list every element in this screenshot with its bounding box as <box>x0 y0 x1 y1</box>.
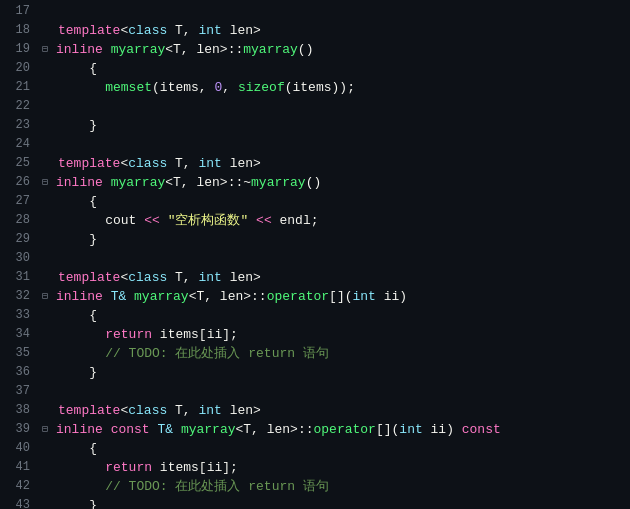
code-line-38: template<class T, int len> <box>42 401 630 420</box>
line-num-32: 32 <box>8 287 30 306</box>
line-num-19: 19 <box>8 40 30 59</box>
code-area: 17 18 19 20 21 22 23 24 25 26 27 28 29 3… <box>0 0 630 509</box>
code-line-39: ⊟inline const T& myarray<T, len>::operat… <box>42 420 630 439</box>
code-line-25: template<class T, int len> <box>42 154 630 173</box>
line-num-37: 37 <box>8 382 30 401</box>
fold-icon-39[interactable]: ⊟ <box>42 420 54 439</box>
code-line-34: return items[ii]; <box>42 325 630 344</box>
line-num-39: 39 <box>8 420 30 439</box>
line-num-21: 21 <box>8 78 30 97</box>
code-line-28: cout << "空析构函数" << endl; <box>42 211 630 230</box>
code-line-36: } <box>42 363 630 382</box>
code-line-41: return items[ii]; <box>42 458 630 477</box>
line-num-40: 40 <box>8 439 30 458</box>
code-line-35: // TODO: 在此处插入 return 语句 <box>42 344 630 363</box>
code-line-32: ⊟inline T& myarray<T, len>::operator[](i… <box>42 287 630 306</box>
line-num-28: 28 <box>8 211 30 230</box>
code-editor: 17 18 19 20 21 22 23 24 25 26 27 28 29 3… <box>0 0 630 509</box>
code-line-29: } <box>42 230 630 249</box>
code-line-18: template<class T, int len> <box>42 21 630 40</box>
line-num-24: 24 <box>8 135 30 154</box>
code-line-26: ⊟inline myarray<T, len>::~myarray() <box>42 173 630 192</box>
code-line-37 <box>42 382 630 401</box>
code-line-30 <box>42 249 630 268</box>
line-num-20: 20 <box>8 59 30 78</box>
code-content: template<class T, int len> ⊟inline myarr… <box>38 0 630 509</box>
line-num-33: 33 <box>8 306 30 325</box>
line-num-36: 36 <box>8 363 30 382</box>
line-num-17: 17 <box>8 2 30 21</box>
code-line-17 <box>42 2 630 21</box>
code-line-33: { <box>42 306 630 325</box>
code-line-27: { <box>42 192 630 211</box>
line-num-34: 34 <box>8 325 30 344</box>
code-line-42: // TODO: 在此处插入 return 语句 <box>42 477 630 496</box>
code-line-20: { <box>42 59 630 78</box>
line-numbers: 17 18 19 20 21 22 23 24 25 26 27 28 29 3… <box>0 0 38 509</box>
line-num-41: 41 <box>8 458 30 477</box>
line-num-42: 42 <box>8 477 30 496</box>
line-num-30: 30 <box>8 249 30 268</box>
code-line-19: ⊟inline myarray<T, len>::myarray() <box>42 40 630 59</box>
line-num-38: 38 <box>8 401 30 420</box>
line-num-25: 25 <box>8 154 30 173</box>
line-num-35: 35 <box>8 344 30 363</box>
line-num-43: 43 <box>8 496 30 509</box>
code-line-23: } <box>42 116 630 135</box>
line-num-31: 31 <box>8 268 30 287</box>
line-num-22: 22 <box>8 97 30 116</box>
code-line-43: } <box>42 496 630 509</box>
code-line-22 <box>42 97 630 116</box>
fold-icon-19[interactable]: ⊟ <box>42 40 54 59</box>
keyword-template-18: template <box>58 21 120 40</box>
line-num-26: 26 <box>8 173 30 192</box>
fold-icon-26[interactable]: ⊟ <box>42 173 54 192</box>
line-num-23: 23 <box>8 116 30 135</box>
line-num-27: 27 <box>8 192 30 211</box>
fold-icon-32[interactable]: ⊟ <box>42 287 54 306</box>
code-line-40: { <box>42 439 630 458</box>
code-line-31: template<class T, int len> <box>42 268 630 287</box>
line-num-29: 29 <box>8 230 30 249</box>
code-line-24 <box>42 135 630 154</box>
line-num-18: 18 <box>8 21 30 40</box>
code-line-21: memset(items, 0, sizeof(items)); <box>42 78 630 97</box>
